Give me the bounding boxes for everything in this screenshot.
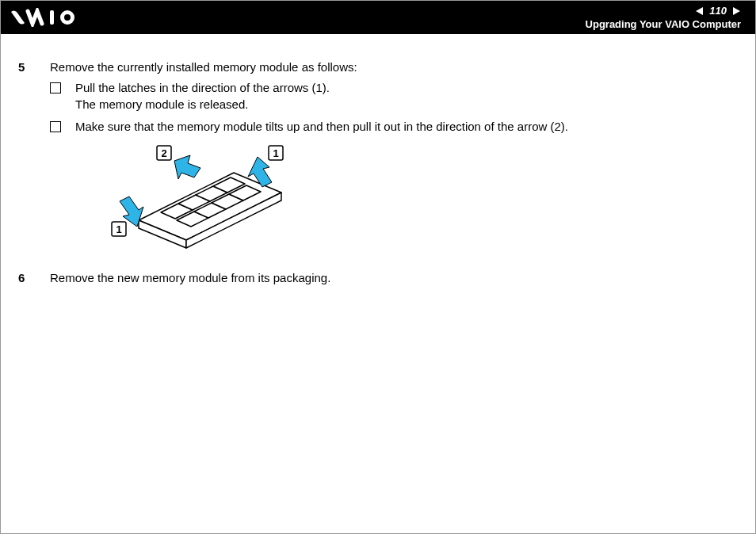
svg-text:1: 1 xyxy=(273,147,278,159)
svg-point-2 xyxy=(64,14,71,21)
next-page-arrow-icon[interactable] xyxy=(731,6,741,16)
section-title: Upgrading Your VAIO Computer xyxy=(586,18,741,30)
bullet-icon xyxy=(50,121,61,132)
step-number: 6 xyxy=(18,270,50,286)
step-item: 5 Remove the currently installed memory … xyxy=(18,59,735,264)
step-item: 6 Remove the new memory module from its … xyxy=(18,270,735,286)
header-right: 110 Upgrading Your VAIO Computer xyxy=(586,5,741,30)
svg-text:2: 2 xyxy=(161,147,166,159)
page-header: 110 Upgrading Your VAIO Computer xyxy=(1,1,755,34)
svg-marker-16 xyxy=(174,155,200,179)
bullet-item: Make sure that the memory module tilts u… xyxy=(50,119,735,135)
bullet-text: Pull the latches in the direction of the… xyxy=(75,80,330,113)
step-text: Remove the new memory module from its pa… xyxy=(50,270,735,286)
prev-page-arrow-icon[interactable] xyxy=(695,6,704,16)
svg-rect-0 xyxy=(50,10,54,25)
page-navigator: 110 xyxy=(586,5,741,17)
svg-text:1: 1 xyxy=(116,223,121,235)
bullet-icon xyxy=(50,82,61,93)
bullet-item: Pull the latches in the direction of the… xyxy=(50,80,735,113)
vaio-logo xyxy=(10,8,97,27)
page-content: 5 Remove the currently installed memory … xyxy=(1,34,755,287)
svg-marker-3 xyxy=(696,7,703,15)
memory-module-figure: 2 1 1 xyxy=(99,141,735,256)
step-number: 5 xyxy=(18,59,50,75)
page-number: 110 xyxy=(709,5,727,17)
step-text: Remove the currently installed memory mo… xyxy=(50,59,735,75)
svg-marker-4 xyxy=(733,7,740,15)
bullet-text: Make sure that the memory module tilts u… xyxy=(75,119,568,135)
